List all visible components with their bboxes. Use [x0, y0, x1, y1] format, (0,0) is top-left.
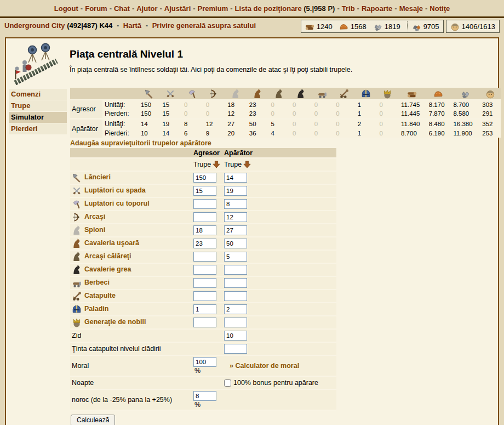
resources-box: 1240 1568 1819 9705 [301, 20, 444, 33]
sidebar-item-comenzi[interactable]: Comenzi [9, 89, 67, 100]
unit-name: Catapulte [84, 292, 116, 299]
wood-icon [305, 22, 314, 31]
defender-troops-label: Trupe [224, 161, 242, 168]
ranking-points: (5.|958 P) [303, 4, 335, 13]
sidebar-item-trupe[interactable]: Trupe [9, 100, 67, 111]
defender-fill-troops-icon[interactable] [243, 161, 251, 168]
attacker-losses-row: Pierderi: 150 15 0 0 12 23 0 0 0 0 1 0 1… [70, 109, 501, 119]
attacker-paladin-input[interactable] [193, 304, 216, 314]
unit-name: Arcaşi călăreţi [84, 252, 131, 260]
add-survivors-link[interactable]: Adaugăa supravieţuitorii trupelor apărăt… [70, 139, 495, 147]
nobleman-icon [72, 318, 82, 327]
unit-name: Cavalerie grea [84, 265, 131, 273]
iron-icon [460, 89, 470, 99]
nav-premium[interactable]: Premium [198, 4, 228, 13]
morale-input[interactable] [193, 357, 216, 367]
unit-name: Cavaleria uşoară [84, 239, 139, 247]
defender-column-header: Apărător [222, 148, 336, 158]
attacker-catapult-input[interactable] [193, 291, 216, 301]
unit-name: Paladin [84, 305, 108, 313]
nav-chat[interactable]: Chat [114, 4, 130, 13]
paladin-icon [72, 304, 82, 314]
village-overview-link[interactable]: Privire generală asupra satului [152, 21, 256, 30]
morale-label: Moral [72, 362, 89, 370]
unit-name: Spioni [84, 226, 105, 234]
wall-level-input[interactable] [224, 331, 247, 341]
catapult-target-input[interactable] [224, 344, 247, 354]
unit-row-ram: Berbeci [70, 276, 336, 290]
catapult-target-label: Ţinta catapultei nivelul clădirii [72, 345, 161, 353]
luck-label: noroc (de la -25% pana la +25%) [72, 396, 172, 404]
unit-name: Generaţie de nobili [84, 318, 146, 326]
spear-icon [72, 173, 82, 183]
attacker-axe-input[interactable] [193, 199, 216, 209]
defender-catapult-input[interactable] [224, 291, 247, 301]
rally-point-image [10, 43, 63, 88]
attacker-units-row: Agresor Unităţi: 150 15 0 0 18 23 0 0 0 … [70, 100, 501, 109]
attacker-light-cavalry-input[interactable] [193, 239, 216, 248]
mounted-archer-icon [274, 89, 284, 99]
defender-light-cavalry-input[interactable] [224, 239, 247, 248]
light-cavalry-icon [72, 239, 82, 248]
unit-row-spear: Lăncieri [70, 171, 336, 184]
morale-row: Moral % » Calculator de moral [70, 355, 336, 376]
paladin-icon [361, 89, 371, 99]
nav-notite[interactable]: Notiţe [429, 4, 450, 13]
defender-axe-input[interactable] [224, 199, 247, 209]
resource-bar: 1240 1568 1819 9705 1406/1613 [301, 20, 500, 33]
attacker-spear-input[interactable] [193, 173, 216, 183]
defender-nobleman-input[interactable] [224, 318, 247, 327]
attacker-nobleman-input[interactable] [193, 318, 216, 327]
nav-logout[interactable]: Logout [54, 4, 78, 13]
nav-forum[interactable]: Forum [85, 4, 107, 13]
defender-losses-row: Pierderi: 10 14 6 9 20 36 4 0 0 0 1 0 8.… [70, 128, 501, 138]
night-row: Noapte 100% bonus pentru apărare [70, 376, 336, 389]
mounted-archer-icon [72, 252, 82, 262]
nobleman-icon [382, 89, 392, 99]
unit-row-paladin: Paladin [70, 303, 336, 316]
sidebar-item-pierderi[interactable]: Pierderi [9, 123, 67, 134]
attacker-mounted-archer-input[interactable] [193, 252, 216, 262]
sidebar-item-simulator[interactable]: Simulator [9, 112, 67, 123]
morale-calculator-link[interactable]: » Calculator de moral [230, 362, 299, 370]
village-name-link[interactable]: Underground City [4, 21, 65, 30]
storage-amount: 9705 [423, 22, 439, 31]
nav-mesaje[interactable]: Mesaje [399, 4, 423, 13]
village-bar: Underground City (492|487) K44 - Hartă -… [0, 18, 504, 36]
attacker-scout-input[interactable] [193, 225, 216, 235]
night-bonus-checkbox[interactable] [224, 379, 231, 387]
defender-paladin-input[interactable] [224, 304, 247, 314]
night-bonus-label: 100% bonus pentru apărare [233, 379, 318, 387]
defender-scout-input[interactable] [224, 225, 247, 235]
attacker-ram-input[interactable] [193, 278, 216, 288]
map-link[interactable]: Hartă [123, 21, 141, 30]
nav-trib[interactable]: Trib [342, 4, 355, 13]
attacker-heavy-cavalry-input[interactable] [193, 265, 216, 275]
nav-lista-pozitionare[interactable]: Lista de poziţionare [235, 4, 302, 13]
defender-ram-input[interactable] [224, 278, 247, 288]
attacker-archer-input[interactable] [193, 212, 216, 222]
attacker-fill-troops-icon[interactable] [213, 161, 220, 168]
defender-mounted-archer-input[interactable] [224, 252, 247, 262]
main-panel: Piaţa centrală Nivelul 1 În piaţa centra… [5, 37, 499, 425]
defender-archer-input[interactable] [224, 212, 247, 222]
iron-amount: 1819 [385, 22, 400, 31]
top-navigation: Logout-Forum-Chat-Ajutor-Ajustări-Premiu… [0, 0, 504, 16]
defender-sword-input[interactable] [224, 186, 247, 196]
defender-heavy-cavalry-input[interactable] [224, 265, 247, 275]
unit-row-catapult: Catapulte [70, 290, 336, 303]
calculate-button[interactable]: Calculează [71, 415, 115, 425]
luck-row: noroc (de la -25% pana la +25%) % [70, 389, 336, 410]
nav-ajutor[interactable]: Ajutor [136, 4, 157, 13]
wall-label: Zid [72, 332, 81, 339]
page-description: În piaţa centrală se întîlnesc soldaţii … [70, 66, 490, 73]
nav-rapoarte[interactable]: Rapoarte [362, 4, 392, 13]
sword-icon [165, 89, 175, 99]
simulation-results-table: Agresor Unităţi: 150 15 0 0 18 23 0 0 0 … [70, 88, 501, 138]
luck-input[interactable] [193, 391, 216, 401]
nav-ajustari[interactable]: Ajustări [164, 4, 191, 13]
defender-spear-input[interactable] [224, 173, 247, 183]
heavy-cavalry-icon [296, 89, 306, 99]
resource-divider [407, 21, 408, 31]
attacker-sword-input[interactable] [193, 186, 216, 196]
